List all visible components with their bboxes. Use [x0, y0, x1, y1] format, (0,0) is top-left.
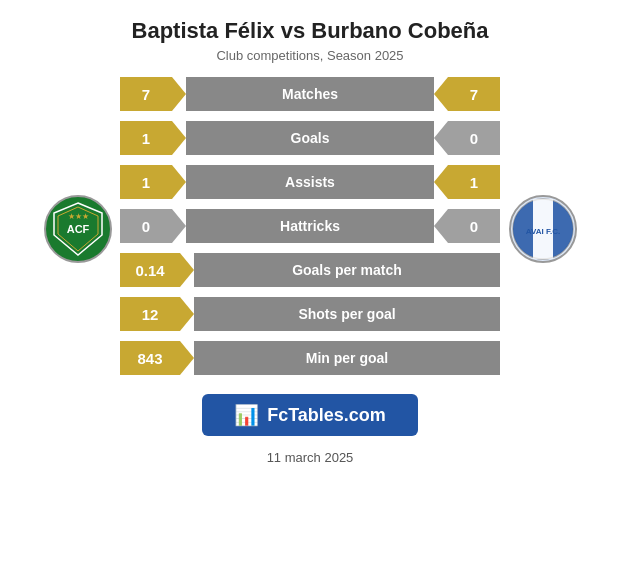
fctables-badge: 📊 FcTables.com — [202, 394, 418, 436]
hattricks-right-block: 0 — [434, 209, 500, 243]
goals-left-value: 1 — [120, 121, 172, 155]
matches-label: Matches — [186, 77, 434, 111]
goals-label: Goals — [186, 121, 434, 155]
hattricks-right-value: 0 — [448, 209, 500, 243]
matches-right-arrow — [434, 77, 448, 111]
chapecoense-logo: ACF ★★★ — [44, 195, 112, 263]
hattricks-label: Hattricks — [186, 209, 434, 243]
goals-right-block: 0 — [434, 121, 500, 155]
min-per-goal-row: 843 Min per goal — [120, 341, 500, 375]
svg-text:★★★: ★★★ — [67, 212, 88, 221]
stats-area: 7 Matches 7 1 Goals 0 — [120, 77, 500, 380]
matches-left-arrow — [172, 77, 186, 111]
matches-left-block: 7 — [120, 77, 186, 111]
goals-right-value: 0 — [448, 121, 500, 155]
goals-right-arrow — [434, 121, 448, 155]
assists-row: 1 Assists 1 — [120, 165, 500, 199]
matches-row: 7 Matches 7 — [120, 77, 500, 111]
avai-logo: AVAI F.C. — [509, 195, 577, 263]
main-area: ACF ★★★ 7 Matches 7 — [10, 77, 610, 380]
assists-left-value: 1 — [120, 165, 172, 199]
svg-text:AVAI F.C.: AVAI F.C. — [525, 227, 559, 236]
matches-left-value: 7 — [120, 77, 172, 111]
goals-left-arrow — [172, 121, 186, 155]
shots-per-goal-label: Shots per goal — [194, 297, 500, 331]
goals-per-match-arrow — [180, 253, 194, 287]
goals-per-match-row: 0.14 Goals per match — [120, 253, 500, 287]
assists-right-arrow — [434, 165, 448, 199]
shots-per-goal-value: 12 — [120, 297, 180, 331]
hattricks-left-block: 0 — [120, 209, 186, 243]
logo-left: ACF ★★★ — [35, 195, 120, 263]
assists-left-block: 1 — [120, 165, 186, 199]
shots-per-goal-arrow — [180, 297, 194, 331]
assists-right-block: 1 — [434, 165, 500, 199]
goals-per-match-value: 0.14 — [120, 253, 180, 287]
min-per-goal-arrow — [180, 341, 194, 375]
goals-row: 1 Goals 0 — [120, 121, 500, 155]
min-per-goal-value: 843 — [120, 341, 180, 375]
hattricks-right-arrow — [434, 209, 448, 243]
page-subtitle: Club competitions, Season 2025 — [216, 48, 403, 63]
page-container: Baptista Félix vs Burbano Cobeña Club co… — [0, 0, 620, 580]
shots-per-goal-row: 12 Shots per goal — [120, 297, 500, 331]
page-title: Baptista Félix vs Burbano Cobeña — [132, 18, 489, 44]
shots-per-goal-left: 12 — [120, 297, 194, 331]
min-per-goal-label: Min per goal — [194, 341, 500, 375]
svg-text:ACF: ACF — [66, 223, 89, 235]
chart-icon: 📊 — [234, 403, 259, 427]
footer-date: 11 march 2025 — [267, 450, 354, 465]
assists-left-arrow — [172, 165, 186, 199]
matches-right-value: 7 — [448, 77, 500, 111]
fctables-container: 📊 FcTables.com — [202, 394, 418, 436]
goals-per-match-label: Goals per match — [194, 253, 500, 287]
goals-per-match-left: 0.14 — [120, 253, 194, 287]
hattricks-row: 0 Hattricks 0 — [120, 209, 500, 243]
hattricks-left-value: 0 — [120, 209, 172, 243]
assists-right-value: 1 — [448, 165, 500, 199]
matches-right-block: 7 — [434, 77, 500, 111]
fctables-label: FcTables.com — [267, 405, 386, 426]
goals-left-block: 1 — [120, 121, 186, 155]
min-per-goal-left: 843 — [120, 341, 194, 375]
hattricks-left-arrow — [172, 209, 186, 243]
logo-right: AVAI F.C. — [500, 195, 585, 263]
assists-label: Assists — [186, 165, 434, 199]
